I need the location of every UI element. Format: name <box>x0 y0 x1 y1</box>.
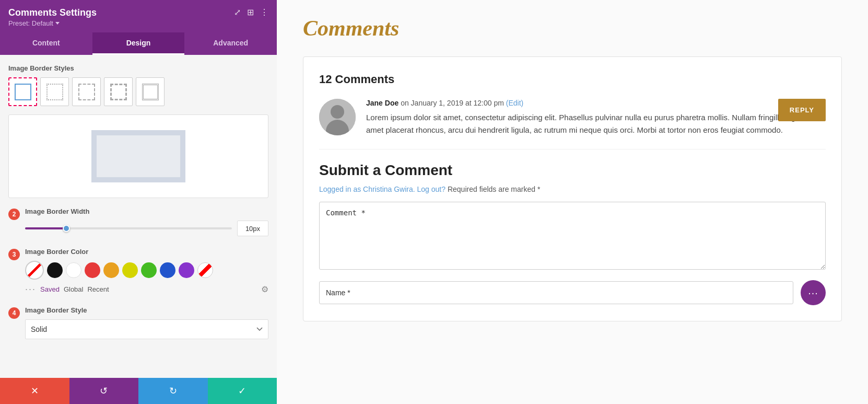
border-width-label: Image Border Width <box>25 207 268 215</box>
slider-fill <box>25 227 66 229</box>
settings-panel: Comments Settings Preset: Default ⤢ ⊞ ⋮ … <box>0 0 277 404</box>
border-color-label: Image Border Color <box>25 248 268 256</box>
dashed-sm-icon <box>78 84 95 100</box>
border-style-body: Image Border Style Solid Dotted Dashed D… <box>25 306 268 339</box>
comment-edit-link: (Edit) <box>506 99 523 107</box>
comment-textarea[interactable]: Comment * <box>319 202 826 270</box>
layout-icon[interactable]: ⊞ <box>247 7 254 17</box>
solid-icon <box>15 84 31 100</box>
image-border-style-section: 4 Image Border Style Solid Dotted Dashed… <box>8 306 268 339</box>
border-style-dropdown-row: Solid Dotted Dashed Double Groove Ridge … <box>25 319 268 339</box>
color-tab-saved[interactable]: Saved <box>40 285 60 293</box>
border-width-track[interactable] <box>25 227 232 229</box>
panel-scroll-content: Image Border Styles 2 <box>0 55 277 378</box>
required-text: Required fields are marked * <box>448 185 540 193</box>
section-number-2: 2 <box>8 209 20 220</box>
border-width-body: Image Border Width 10px <box>25 207 268 236</box>
cancel-icon: ✕ <box>31 385 39 397</box>
comment-item: Jane Doe on January 1, 2019 at 12:00 pm … <box>319 99 826 136</box>
panel-title: Comments Settings <box>8 7 97 18</box>
image-border-color-section: 3 Image Border Color <box>8 248 268 295</box>
comments-container: 12 Comments Jane Doe on January 1, 2019 … <box>303 56 842 321</box>
border-style-solid[interactable] <box>8 77 37 106</box>
swatch-white[interactable] <box>66 262 81 278</box>
page-title: Comments <box>303 16 842 41</box>
submit-title: Submit a Comment <box>319 162 826 179</box>
swatch-blue[interactable] <box>160 262 175 278</box>
undo-button[interactable]: ↺ <box>69 378 139 404</box>
expand-icon[interactable]: ⤢ <box>234 7 241 17</box>
color-more-dots[interactable]: ··· <box>25 284 36 295</box>
border-color-body: Image Border Color <box>25 248 268 295</box>
avatar-silhouette <box>319 99 356 135</box>
color-tabs-row: ··· Saved Global Recent ⚙ <box>25 284 268 295</box>
dashed-lg-icon <box>110 84 127 100</box>
border-style-label: Image Border Style <box>25 306 268 314</box>
preset-dropdown-arrow <box>55 22 60 25</box>
color-tab-global[interactable]: Global <box>64 285 84 293</box>
tab-content[interactable]: Content <box>0 32 92 55</box>
floating-action-button[interactable]: ··· <box>801 280 826 305</box>
redo-button[interactable]: ↻ <box>138 378 208 404</box>
logout-link[interactable]: Log out? <box>417 185 448 193</box>
section-number-3: 3 <box>8 249 20 260</box>
cancel-button[interactable]: ✕ <box>0 378 69 404</box>
dotted-icon <box>46 84 63 100</box>
save-icon: ✓ <box>238 385 246 397</box>
more-options-icon[interactable]: ⋮ <box>260 7 268 17</box>
swatch-purple[interactable] <box>179 262 194 278</box>
comments-count: 12 Comments <box>319 73 826 86</box>
panel-title-group: Comments Settings Preset: Default <box>8 7 97 27</box>
swatch-green[interactable] <box>141 262 157 278</box>
panel-icon-group: ⤢ ⊞ ⋮ <box>234 7 268 17</box>
swatch-orange[interactable] <box>103 262 119 278</box>
save-button[interactable]: ✓ <box>208 378 277 404</box>
slider-thumb[interactable] <box>63 225 70 232</box>
section-divider <box>319 149 826 149</box>
avatar-body <box>326 120 349 135</box>
undo-icon: ↺ <box>100 385 108 397</box>
comment-body: Jane Doe on January 1, 2019 at 12:00 pm … <box>366 99 826 136</box>
comment-author: Jane Doe <box>366 99 398 107</box>
border-style-double[interactable] <box>136 77 165 106</box>
swatch-red[interactable] <box>85 262 100 278</box>
panel-preset[interactable]: Preset: Default <box>8 19 97 27</box>
name-input[interactable] <box>319 281 793 304</box>
reply-button[interactable]: REPLY <box>778 99 826 121</box>
avatar <box>319 99 356 135</box>
panel-header: Comments Settings Preset: Default ⤢ ⊞ ⋮ <box>0 0 277 32</box>
border-style-select[interactable]: Solid Dotted Dashed Double Groove Ridge … <box>25 319 268 339</box>
color-tab-recent[interactable]: Recent <box>87 285 109 293</box>
image-preview-inner <box>91 130 185 182</box>
logged-in-link[interactable]: Logged in as Christina Gwira. <box>319 185 417 193</box>
avatar-head <box>331 105 344 119</box>
comment-text: Lorem ipsum dolor sit amet, consectetur … <box>366 111 826 136</box>
tab-advanced[interactable]: Advanced <box>184 32 277 55</box>
border-width-value[interactable]: 10px <box>237 221 268 236</box>
swatch-black[interactable] <box>47 262 63 278</box>
border-style-dashed-lg[interactable] <box>104 77 133 106</box>
double-icon <box>142 84 159 100</box>
swatch-yellow[interactable] <box>122 262 138 278</box>
color-settings-icon[interactable]: ⚙ <box>261 284 268 294</box>
border-style-dotted[interactable] <box>40 77 69 106</box>
svg-line-0 <box>31 267 38 273</box>
name-row: ··· <box>319 280 826 305</box>
bottom-bar: ✕ ↺ ↻ ✓ <box>0 378 277 404</box>
color-picker-area: ··· Saved Global Recent ⚙ <box>25 261 268 295</box>
section-number-4: 4 <box>8 307 20 319</box>
color-swatch-row <box>25 261 268 280</box>
image-border-styles-label: Image Border Styles <box>8 64 268 72</box>
swatch-custom[interactable] <box>197 262 213 278</box>
image-border-width-section: 2 Image Border Width 10px <box>8 207 268 236</box>
preview-panel: Comments 12 Comments Jane Doe on January… <box>277 0 868 404</box>
border-style-dashed-sm[interactable] <box>72 77 101 106</box>
redo-icon: ↻ <box>169 385 177 397</box>
border-style-options <box>8 77 268 106</box>
tab-bar: Content Design Advanced <box>0 32 277 55</box>
border-width-slider-row: 10px <box>25 221 268 236</box>
floating-dots-icon: ··· <box>808 287 818 298</box>
comment-meta: Jane Doe on January 1, 2019 at 12:00 pm … <box>366 99 826 107</box>
tab-design[interactable]: Design <box>92 32 185 55</box>
transparent-swatch[interactable] <box>25 261 44 280</box>
